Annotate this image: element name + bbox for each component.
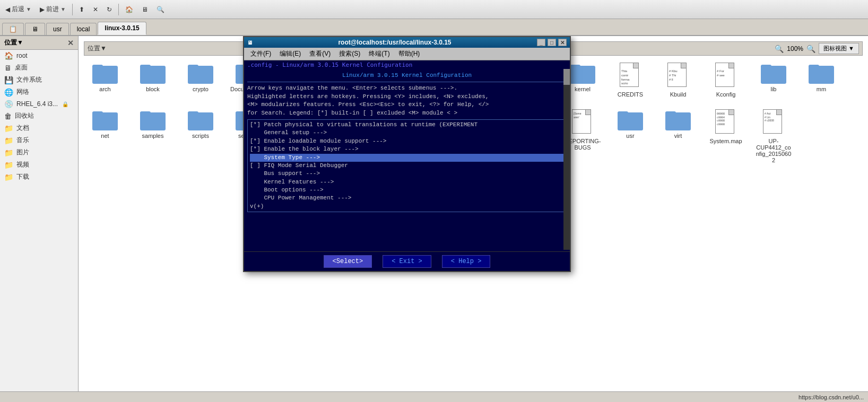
search-button[interactable]: 🔍 <box>153 5 168 14</box>
stop-button[interactable]: ✕ <box>90 5 101 14</box>
folder-mm-icon <box>809 63 834 84</box>
sidebar-rhel-label: RHEL_6.4 i3... <box>16 100 58 108</box>
terminal-menu-search[interactable]: 搜索(S) <box>335 48 364 59</box>
terminal-menu-view[interactable]: 查看(V) <box>305 48 335 59</box>
terminal-selected-item: System Type ---> <box>250 154 564 162</box>
toolbar-separator-2 <box>118 4 119 15</box>
terminal-buttons-bar: <Select> < Exit > < Help > <box>244 251 570 271</box>
folder-crypto-icon <box>188 63 213 84</box>
file-up-cup-config[interactable]: # Aut# Lin# c0008 UP-CUP4412_config_2015… <box>752 107 795 166</box>
file-kconfig-label: Kconfig <box>716 91 736 98</box>
folder-virt[interactable]: virt <box>657 107 699 166</box>
lock-icon: 🔒 <box>62 101 68 107</box>
terminal-menu-file[interactable]: 文件(F) <box>246 48 275 59</box>
trash-icon: 🗑 <box>4 112 12 120</box>
reload-button[interactable]: ↻ <box>103 5 115 14</box>
terminal-menu-help[interactable]: 帮助(H) <box>394 48 424 59</box>
sidebar-item-network[interactable]: 🌐 网络 <box>0 86 78 98</box>
sidebar-item-pictures[interactable]: 📁 图片 <box>0 146 78 159</box>
tab-linux[interactable]: linux-3.0.15 <box>98 22 146 35</box>
sidebar-close-button[interactable]: ✕ <box>67 39 74 47</box>
computer-icon: 🖥 <box>142 6 148 13</box>
tab2-icon: 🖥 <box>32 25 38 33</box>
folder-samples-icon <box>140 109 166 130</box>
sidebar-item-music[interactable]: 📁 音乐 <box>0 134 78 146</box>
back-label: 后退 <box>12 5 24 14</box>
forward-dropdown-icon[interactable]: ▼ <box>60 6 66 12</box>
terminal-scrollbar[interactable] <box>563 69 570 250</box>
folder-arch[interactable]: arch <box>84 60 126 101</box>
computer-button[interactable]: 🖥 <box>138 5 151 14</box>
zoom-decrease-icon[interactable]: 🔍 <box>775 45 784 53</box>
home-icon: 🏠 <box>125 6 133 13</box>
sidebar-item-root[interactable]: 🏠 root <box>0 50 78 62</box>
tab-usr[interactable]: usr <box>46 23 69 35</box>
folder-block[interactable]: block <box>132 60 174 101</box>
terminal-menu-edit[interactable]: 编辑(E) <box>275 48 305 59</box>
up-button[interactable]: ⬆ <box>76 5 88 14</box>
tab-icon2[interactable]: 🖥 <box>25 23 45 35</box>
terminal-body[interactable]: Linux/arm 3.0.15 Kernel Configuration Ar… <box>244 69 570 251</box>
sidebar-desktop-label: 桌面 <box>15 63 28 72</box>
file-kconfig[interactable]: # For# see Kconfig <box>705 60 747 101</box>
file-kbuild[interactable]: # Kbu# Thi# ll Kbuild <box>657 60 699 101</box>
terminal-minimize-button[interactable]: _ <box>537 39 545 46</box>
tab-icon1[interactable]: 📋 <box>2 23 24 35</box>
folder-net[interactable]: net <box>84 107 126 166</box>
terminal-header-text: Linux/arm 3.0.15 Kernel Configuration <box>247 72 567 80</box>
file-system-map[interactable]: 00008c0004c0008c0008 System.map <box>705 107 747 166</box>
tab-local[interactable]: local <box>70 23 97 35</box>
network-icon: 🌐 <box>4 88 13 97</box>
sidebar-item-trash[interactable]: 🗑 回收站 <box>0 110 78 122</box>
tab1-icon: 📋 <box>9 25 17 33</box>
file-kbuild-label: Kbuild <box>670 91 687 98</box>
folder-usr-label: usr <box>626 133 634 139</box>
sidebar-item-video[interactable]: 📁 视频 <box>0 159 78 171</box>
terminal-scroll-thumb[interactable] <box>563 69 570 85</box>
main-layout: 位置▼ ✕ 🏠 root 🖥 桌面 💾 文件系统 🌐 网络 💿 RHEL_6.4… <box>0 36 868 402</box>
sidebar-filesystem-label: 文件系统 <box>16 75 42 84</box>
root-icon: 🏠 <box>4 51 13 60</box>
terminal-instructions: Arrow keys navigate the menu. <Enter> se… <box>247 84 567 117</box>
sidebar-music-label: 音乐 <box>16 136 29 145</box>
terminal-exit-button[interactable]: < Exit > <box>383 255 431 268</box>
sidebar-item-filesystem[interactable]: 💾 文件系统 <box>0 74 78 86</box>
terminal-path-text: .config - Linux/arm 3.0.15 Kernel Config… <box>247 62 412 68</box>
folder-block-label: block <box>146 86 160 92</box>
terminal-help-button[interactable]: < Help > <box>442 255 491 268</box>
folder-arch-label: arch <box>99 86 110 92</box>
folder-crypto[interactable]: crypto <box>179 60 222 101</box>
sidebar-trash-label: 回收站 <box>15 111 34 120</box>
folder-usr[interactable]: usr <box>609 107 652 166</box>
view-button[interactable]: 图标视图 ▼ <box>819 43 859 54</box>
folder-scripts[interactable]: scripts <box>179 107 222 166</box>
terminal-maximize-button[interactable]: □ <box>548 39 556 46</box>
home-button[interactable]: 🏠 <box>122 5 136 14</box>
folder-kernel-icon <box>570 63 595 84</box>
terminal-close-button[interactable]: ✕ <box>558 39 567 46</box>
terminal-icon-small: 🖥 <box>247 40 253 46</box>
sidebar-title[interactable]: 位置▼ <box>4 38 23 47</box>
sidebar-network-label: 网络 <box>16 88 29 97</box>
sidebar-item-downloads[interactable]: 📁 下载 <box>0 171 78 183</box>
folder-lib[interactable]: lib <box>752 60 795 101</box>
sidebar-item-desktop[interactable]: 🖥 桌面 <box>0 62 78 74</box>
folder-net-label: net <box>101 133 109 139</box>
music-icon: 📁 <box>4 136 13 145</box>
terminal-menu-terminal[interactable]: 终端(T) <box>364 48 394 59</box>
folder-crypto-label: crypto <box>193 86 209 92</box>
back-dropdown-icon[interactable]: ▼ <box>26 6 31 12</box>
file-credits[interactable]: Thiscontrformascrio CREDITS <box>609 60 652 101</box>
zoom-increase-icon[interactable]: 🔍 <box>806 45 815 53</box>
terminal-content: Linux/arm 3.0.15 Kernel Configuration Ar… <box>247 72 567 212</box>
forward-button[interactable]: ▶ 前进 ▼ <box>37 4 69 15</box>
sidebar-item-rhel[interactable]: 💿 RHEL_6.4 i3... 🔒 <box>0 98 78 110</box>
folder-mm[interactable]: mm <box>800 60 843 101</box>
documents-icon: 📁 <box>4 124 13 133</box>
terminal-menu-area: [*] Patch physical to virtual translatio… <box>247 119 567 212</box>
folder-samples[interactable]: samples <box>132 107 174 166</box>
back-button[interactable]: ◀ 后退 ▼ <box>2 4 34 15</box>
terminal-select-button[interactable]: <Select> <box>324 255 372 268</box>
sidebar-item-documents[interactable]: 📁 文档 <box>0 122 78 134</box>
folder-lib-label: lib <box>770 86 776 92</box>
